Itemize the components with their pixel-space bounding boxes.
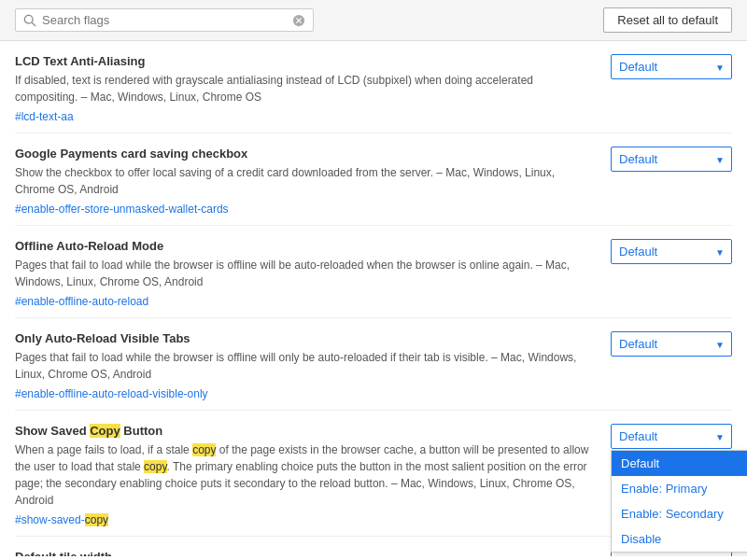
flag-item-show-saved-copy: Show Saved Copy Button When a page fails… xyxy=(15,411,732,537)
flag-desc-visible-tabs: Pages that fail to load while the browse… xyxy=(15,349,596,383)
flag-text-lcd: LCD Text Anti-Aliasing If disabled, text… xyxy=(15,54,596,123)
flag-item-offline-reload: Offline Auto-Reload Mode Pages that fail… xyxy=(15,226,732,318)
flag-select-lcd[interactable]: Default Enabled Disabled xyxy=(611,54,732,79)
highlight-copy-desc-2: copy xyxy=(144,460,166,473)
flag-title-tile-width: Default tile width xyxy=(15,550,596,556)
flag-text-visible-tabs: Only Auto-Reload Visible Tabs Pages that… xyxy=(15,331,596,400)
flag-select-visible-tabs[interactable]: Default Enabled Disabled xyxy=(611,331,732,357)
flag-text-show-saved-copy: Show Saved Copy Button When a page fails… xyxy=(15,424,596,526)
flag-control-offline-reload: Default Enabled Disabled ▼ xyxy=(611,239,732,264)
flag-desc-show-saved-copy: When a page fails to load, if a stale co… xyxy=(15,441,596,509)
flag-select-show-saved-copy[interactable]: Default Enable: Primary Enable: Secondar… xyxy=(611,424,732,449)
flag-item-lcd-text-aa: LCD Text Anti-Aliasing If disabled, text… xyxy=(15,41,732,133)
flag-title-offline-reload: Offline Auto-Reload Mode xyxy=(15,239,596,253)
select-wrapper-payments: Default Enabled Disabled ▼ xyxy=(611,147,732,172)
reset-all-button[interactable]: Reset all to default xyxy=(603,7,732,33)
flag-item-visible-tabs: Only Auto-Reload Visible Tabs Pages that… xyxy=(15,318,732,411)
flag-text-payments: Google Payments card saving checkbox Sho… xyxy=(15,147,596,216)
highlight-copy-desc-1: copy xyxy=(192,443,216,456)
flag-desc-lcd: If disabled, text is rendered with grays… xyxy=(15,72,596,105)
search-box xyxy=(15,8,314,32)
highlight-copy-link: copy xyxy=(85,513,108,526)
dropdown-item-enable-secondary[interactable]: Enable: Secondary xyxy=(612,501,747,526)
select-wrapper-offline-reload: Default Enabled Disabled ▼ xyxy=(611,239,732,264)
dropdown-item-disable[interactable]: Disable xyxy=(612,526,747,552)
flag-link-show-saved-copy[interactable]: #show-saved-copy xyxy=(15,513,108,526)
flag-desc-offline-reload: Pages that fail to load while the browse… xyxy=(15,257,596,290)
select-wrapper-show-saved-copy: Default Enable: Primary Enable: Secondar… xyxy=(611,424,732,449)
highlight-copy-title: Copy xyxy=(90,424,120,438)
flag-item-payments: Google Payments card saving checkbox Sho… xyxy=(15,133,732,226)
flag-title-visible-tabs: Only Auto-Reload Visible Tabs xyxy=(15,331,596,345)
flag-desc-payments: Show the checkbox to offer local saving … xyxy=(15,164,596,198)
search-input[interactable] xyxy=(42,13,287,27)
flag-title-payments: Google Payments card saving checkbox xyxy=(15,147,596,161)
flag-title-show-saved-copy: Show Saved Copy Button xyxy=(15,424,596,438)
flag-link-payments[interactable]: #enable-offer-store-unmasked-wallet-card… xyxy=(15,203,229,216)
flag-control-visible-tabs: Default Enabled Disabled ▼ xyxy=(611,331,732,357)
dropdown-menu-show-saved-copy: Default Enable: Primary Enable: Secondar… xyxy=(611,450,747,553)
clear-search-icon[interactable] xyxy=(292,14,305,27)
flag-text-offline-reload: Offline Auto-Reload Mode Pages that fail… xyxy=(15,239,596,308)
flags-content: LCD Text Anti-Aliasing If disabled, text… xyxy=(0,41,747,556)
flag-link-offline-reload[interactable]: #enable-offline-auto-reload xyxy=(15,295,148,308)
svg-point-0 xyxy=(24,15,33,23)
flag-text-tile-width: Default tile width Specify the default t… xyxy=(15,550,596,556)
select-wrapper-visible-tabs: Default Enabled Disabled ▼ xyxy=(611,331,732,357)
dropdown-item-enable-primary[interactable]: Enable: Primary xyxy=(612,476,747,501)
flag-select-payments[interactable]: Default Enabled Disabled xyxy=(611,147,732,172)
svg-line-1 xyxy=(32,22,35,26)
select-wrapper-lcd: Default Enabled Disabled ▼ xyxy=(611,54,732,79)
dropdown-item-default[interactable]: Default xyxy=(612,451,747,476)
flag-link-lcd[interactable]: #lcd-text-aa xyxy=(15,110,74,123)
flag-control-lcd: Default Enabled Disabled ▼ xyxy=(611,54,732,79)
flag-link-visible-tabs[interactable]: #enable-offline-auto-reload-visible-only xyxy=(15,387,208,400)
search-icon xyxy=(23,14,36,27)
flag-control-payments: Default Enabled Disabled ▼ xyxy=(611,147,732,172)
flag-title-lcd: LCD Text Anti-Aliasing xyxy=(15,54,596,68)
flag-control-show-saved-copy: Default Enable: Primary Enable: Secondar… xyxy=(611,424,732,449)
header-bar: Reset all to default xyxy=(0,0,747,41)
flag-select-offline-reload[interactable]: Default Enabled Disabled xyxy=(611,239,732,264)
